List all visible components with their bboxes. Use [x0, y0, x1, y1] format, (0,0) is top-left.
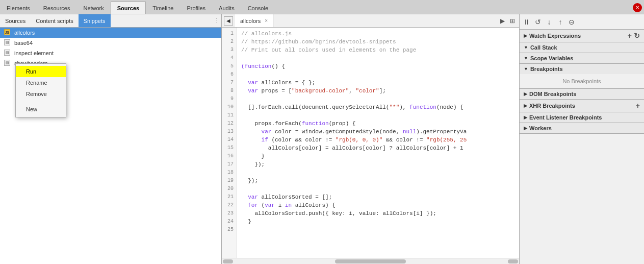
sub-tab-divider: ⋮ — [212, 17, 221, 24]
file-item-base64[interactable]: ▤ base64 — [0, 38, 221, 48]
event-listener-arrow: ▶ — [524, 115, 527, 120]
tab-network[interactable]: Network — [76, 2, 110, 14]
tab-resources[interactable]: Resources — [37, 2, 77, 14]
file-item-inspect-element[interactable]: ▤ inspect element — [0, 48, 221, 58]
breakpoints-section: ▼ Breakpoints No Breakpoints — [520, 64, 644, 89]
right-panel: ⏸ ↺ ↓ ↑ ⊝ ▶ Watch Expressions + ↻ ▼ Call… — [519, 14, 644, 264]
horizontal-scrollbar[interactable] — [222, 258, 519, 264]
dom-breakpoints-section: ▶ DOM Breakpoints — [520, 89, 644, 100]
tab-snippets[interactable]: Snippets — [79, 14, 111, 27]
code-line-10: [].forEach.call(document.querySelectorAl… — [241, 103, 515, 111]
editor-area: ◀ allcolors × ▶ ⊞ 1 2 3 4 5 6 7 8 9 10 — [222, 14, 519, 264]
call-stack-section: ▼ Call Stack — [520, 42, 644, 53]
code-line-18 — [241, 169, 515, 177]
workers-arrow: ▶ — [524, 126, 527, 131]
main-area: Sources Content scripts Snippets ⋮ JS al… — [0, 14, 644, 264]
file-item-allcolors[interactable]: JS allcolors — [0, 28, 221, 38]
breakpoints-header[interactable]: ▼ Breakpoints — [520, 64, 644, 74]
editor-tab-allcolors[interactable]: allcolors × — [235, 14, 273, 27]
step-out-button[interactable]: ↑ — [555, 17, 565, 27]
tab-content-scripts[interactable]: Content scripts — [31, 14, 78, 27]
xhr-breakpoints-label: XHR Breakpoints — [529, 103, 575, 109]
code-line-2: // https://github.com/bgrins/devtools-sn… — [241, 38, 515, 46]
context-menu: Run Rename Remove New — [15, 63, 66, 117]
scope-variables-arrow: ▼ — [524, 56, 528, 61]
code-editor[interactable]: 1 2 3 4 5 6 7 8 9 10 11 12 13 14 15 16 1… — [222, 28, 519, 258]
scroll-right-arrow[interactable] — [508, 259, 518, 263]
context-menu-remove[interactable]: Remove — [16, 88, 66, 100]
dom-breakpoints-arrow: ▶ — [524, 91, 527, 97]
code-line-12: props.forEach(function(prop) { — [241, 119, 515, 128]
event-listener-breakpoints-header[interactable]: ▶ Event Listener Breakpoints — [520, 112, 644, 123]
top-tab-bar: Elements Resources Network Sources Timel… — [0, 0, 644, 14]
editor-tab-bar: ◀ allcolors × ▶ ⊞ — [222, 14, 519, 28]
scrollbar-thumb[interactable] — [335, 259, 406, 263]
watch-expressions-header[interactable]: ▶ Watch Expressions + ↻ — [520, 30, 644, 42]
code-line-16: } — [241, 152, 515, 160]
close-devtools-button[interactable]: ✕ — [633, 3, 642, 12]
tab-profiles[interactable]: Profiles — [180, 2, 212, 14]
event-listener-label: Event Listener Breakpoints — [529, 114, 602, 121]
sub-tab-bar: Sources Content scripts Snippets ⋮ — [0, 14, 221, 28]
editor-nav-icons: ▶ ⊞ — [496, 16, 519, 26]
tab-sources-sub[interactable]: Sources — [0, 14, 31, 27]
dom-breakpoints-header[interactable]: ▶ DOM Breakpoints — [520, 89, 644, 99]
step-into-button[interactable]: ↓ — [544, 17, 554, 27]
tab-sources[interactable]: Sources — [111, 2, 146, 14]
deactivate-breakpoints-button[interactable]: ⊝ — [566, 17, 577, 27]
tab-console[interactable]: Console — [241, 2, 275, 14]
workers-section: ▶ Workers — [520, 123, 644, 134]
scope-variables-header[interactable]: ▼ Scope Variables — [520, 53, 644, 63]
dom-breakpoints-label: DOM Breakpoints — [529, 91, 576, 97]
code-line-25 — [241, 226, 515, 234]
code-line-13: var color = window.getComputedStyle(node… — [241, 128, 515, 136]
breakpoints-arrow: ▼ — [524, 66, 528, 71]
code-line-15: allColors[color] = allColors[color] ? al… — [241, 144, 515, 152]
context-menu-run[interactable]: Run — [16, 66, 66, 77]
context-menu-new[interactable]: New — [16, 104, 66, 115]
editor-tab-close-button[interactable]: × — [265, 18, 268, 23]
file-name-allcolors: allcolors — [14, 30, 35, 36]
code-line-5: (function() { — [241, 62, 515, 70]
code-line-1: // allcolors.js — [241, 30, 515, 38]
step-over-button[interactable]: ↺ — [533, 17, 543, 27]
xhr-breakpoint-add-button[interactable]: + — [636, 102, 640, 110]
left-panel: Sources Content scripts Snippets ⋮ JS al… — [0, 14, 222, 264]
context-menu-rename[interactable]: Rename — [16, 77, 66, 88]
no-breakpoints-text: No Breakpoints — [520, 74, 644, 88]
editor-nav-forward-button[interactable]: ⊞ — [508, 16, 517, 26]
workers-label: Workers — [529, 125, 552, 131]
editor-nav-back-button[interactable]: ▶ — [498, 16, 507, 26]
sidebar-toggle-button[interactable]: ◀ — [224, 16, 233, 26]
code-line-7: var allColors = { }; — [241, 79, 515, 87]
code-line-4 — [241, 54, 515, 62]
watch-expressions-arrow: ▶ — [524, 33, 527, 38]
code-content[interactable]: // allcolors.js // https://github.com/bg… — [237, 28, 519, 258]
watch-expression-add-button[interactable]: + — [628, 32, 632, 40]
code-line-24: } — [241, 218, 515, 226]
scroll-left-arrow[interactable] — [223, 259, 233, 263]
code-line-14: if (color && color != "rgb(0, 0, 0)" && … — [241, 136, 515, 144]
xhr-breakpoints-section: ▶ XHR Breakpoints + — [520, 100, 644, 112]
workers-header[interactable]: ▶ Workers — [520, 123, 644, 133]
code-line-21: var allColorsSorted = []; — [241, 193, 515, 201]
watch-expressions-label: Watch Expressions — [529, 33, 581, 39]
xhr-breakpoints-header[interactable]: ▶ XHR Breakpoints + — [520, 100, 644, 112]
scope-variables-section: ▼ Scope Variables — [520, 53, 644, 64]
code-line-3: // Print out all colors used in elements… — [241, 46, 515, 54]
code-line-23: allColorsSorted.push({ key: i, value: al… — [241, 209, 515, 218]
editor-tab-name: allcolors — [240, 18, 261, 24]
right-toolbar: ⏸ ↺ ↓ ↑ ⊝ — [520, 14, 644, 30]
breakpoints-label: Breakpoints — [530, 66, 563, 72]
call-stack-arrow: ▼ — [524, 45, 528, 50]
watch-expression-refresh-button[interactable]: ↻ — [634, 32, 640, 40]
tab-audits[interactable]: Audits — [212, 2, 241, 14]
code-line-22: for (var i in allColors) { — [241, 201, 515, 209]
tab-timeline[interactable]: Timeline — [146, 2, 180, 14]
call-stack-header[interactable]: ▼ Call Stack — [520, 42, 644, 53]
scope-variables-label: Scope Variables — [530, 55, 573, 61]
watch-expressions-section: ▶ Watch Expressions + ↻ — [520, 30, 644, 42]
pause-button[interactable]: ⏸ — [522, 17, 532, 27]
tab-elements[interactable]: Elements — [0, 2, 37, 14]
line-numbers: 1 2 3 4 5 6 7 8 9 10 11 12 13 14 15 16 1… — [222, 28, 237, 258]
